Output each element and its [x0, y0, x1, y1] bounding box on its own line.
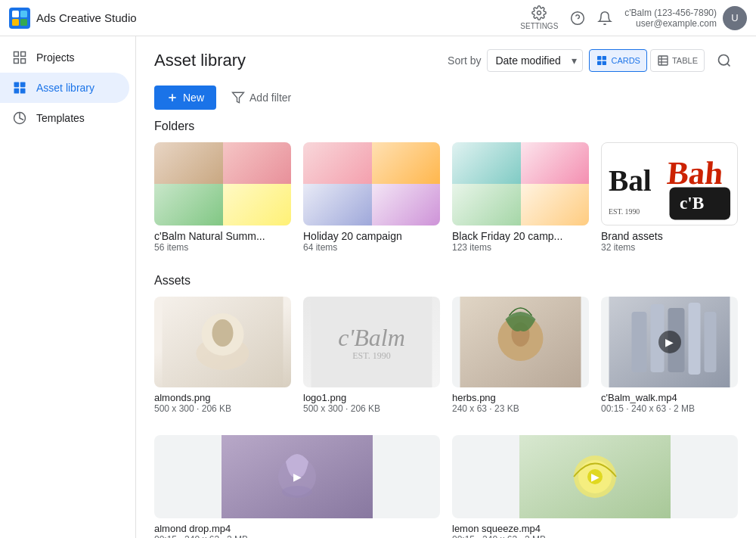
asset-meta: 00:15 · 240 x 63 · 2 MB [154, 534, 440, 538]
folder-thumbnail: Bal Bah c'B EST. 1990 [601, 142, 738, 225]
svg-text:EST. 1990: EST. 1990 [352, 350, 390, 361]
svg-text:EST. 1990: EST. 1990 [609, 207, 640, 216]
svg-rect-46 [632, 312, 647, 372]
asset-card[interactable]: herbs.png 240 x 63 · 23 KB [452, 297, 589, 414]
logo-area: Ads Creative Studio [9, 8, 520, 29]
svg-rect-4 [20, 19, 27, 26]
svg-marker-29 [233, 92, 244, 103]
svg-rect-1 [12, 11, 19, 17]
folder-thumbnail [303, 142, 440, 225]
folder-name: Holiday 20 campaign [303, 230, 440, 242]
page-header: Asset library Sort by Date modified Name… [136, 36, 756, 80]
svg-point-38 [212, 319, 234, 347]
almonds-image [154, 297, 291, 387]
content-area: Folders c'Balm Natural Summ... 56 items [136, 120, 756, 538]
user-info: c'Balm (123-456-7890) user@example.com U [624, 6, 747, 30]
svg-rect-3 [12, 19, 19, 26]
svg-rect-49 [689, 303, 701, 375]
folder-name: Black Friday 20 camp... [452, 230, 589, 242]
asset-card[interactable]: ▶ c'Balm_walk.mp4 00:15 · 240 x 63 · 2 M… [601, 297, 738, 414]
svg-rect-20 [603, 61, 606, 65]
filter-button[interactable]: Add filter [222, 85, 300, 110]
assets-section-title: Assets [154, 274, 738, 288]
play-icon: ▶ [293, 471, 302, 483]
folder-count: 56 items [154, 242, 291, 253]
new-button-label: New [183, 92, 204, 104]
asset-card[interactable]: ▶ lemon squeeze.mp4 00:15 · 240 x 63 · 2… [452, 435, 738, 538]
search-button[interactable] [711, 47, 738, 74]
folders-grid: c'Balm Natural Summ... 56 items Holiday … [154, 142, 738, 253]
folder-card[interactable]: Bal Bah c'B EST. 1990 Brand assets 32 it… [601, 142, 738, 253]
avatar[interactable]: U [723, 6, 747, 30]
asset-card[interactable]: c'Balm EST. 1990 logo1.png 500 x 300 · 2… [303, 297, 440, 414]
asset-card[interactable]: ▶ almond drop.mp4 00:15 · 240 x 63 · 2 M… [154, 435, 440, 538]
svg-rect-18 [603, 56, 606, 60]
svg-rect-11 [21, 59, 26, 64]
view-table-button[interactable]: TABLE [650, 49, 705, 72]
asset-thumbnail [154, 297, 291, 387]
toolbar: New Add filter [136, 80, 756, 120]
user-name: c'Balm (123-456-7890) [624, 8, 717, 18]
svg-rect-50 [705, 312, 717, 372]
notifications-button[interactable] [597, 11, 612, 26]
svg-text:c'B: c'B [680, 193, 704, 213]
play-icon: ▶ [591, 471, 600, 483]
svg-text:Bal: Bal [609, 164, 652, 197]
new-button[interactable]: New [154, 86, 216, 110]
help-button[interactable] [570, 11, 585, 26]
asset-thumbnail: ▶ [452, 435, 738, 518]
sidebar-item-templates[interactable]: Templates [0, 103, 129, 133]
asset-name: almond drop.mp4 [154, 523, 440, 534]
asset-name: c'Balm_walk.mp4 [601, 392, 738, 403]
sort-select[interactable]: Date modified Name Date created File siz… [487, 49, 583, 72]
app-header: Ads Creative Studio SETTINGS c'Ba [0, 0, 756, 36]
sidebar-item-projects[interactable]: Projects [0, 42, 129, 73]
sidebar-asset-library-label: Asset library [36, 82, 94, 94]
filter-icon [231, 91, 245, 104]
logo-image: c'Balm EST. 1990 [303, 297, 440, 387]
header-actions: SETTINGS c'Balm (123-456-7890) user@exam… [520, 5, 747, 30]
asset-name: almonds.png [154, 392, 291, 403]
view-toggle: CARDS TABLE [589, 49, 705, 72]
settings-button[interactable]: SETTINGS [520, 5, 558, 30]
main-content: Asset library Sort by Date modified Name… [136, 36, 756, 538]
asset-meta: 00:15 · 240 x 63 · 2 MB [452, 534, 738, 538]
cards-label: CARDS [611, 56, 640, 65]
bell-icon [597, 11, 612, 26]
svg-rect-0 [9, 8, 30, 29]
folder-count: 64 items [303, 242, 440, 253]
svg-point-5 [538, 11, 541, 15]
asset-meta: 500 x 300 · 206 KB [303, 403, 440, 414]
folder-card[interactable]: Black Friday 20 camp... 123 items [452, 142, 589, 253]
asset-name: logo1.png [303, 392, 440, 403]
assets-grid-top: almonds.png 500 x 300 · 206 KB c'Balm ES… [154, 297, 738, 414]
asset-name: herbs.png [452, 392, 589, 403]
folder-card[interactable]: Holiday 20 campaign 64 items [303, 142, 440, 253]
plus-icon [166, 92, 178, 104]
sort-label: Sort by [448, 54, 481, 67]
svg-point-25 [719, 55, 729, 65]
folder-name: Brand assets [601, 230, 738, 242]
view-cards-button[interactable]: CARDS [589, 49, 647, 72]
asset-card[interactable]: almonds.png 500 x 300 · 206 KB [154, 297, 291, 414]
svg-rect-8 [14, 52, 19, 57]
svg-point-53 [282, 486, 312, 498]
folder-thumbnail [452, 142, 589, 225]
folder-card[interactable]: c'Balm Natural Summ... 56 items [154, 142, 291, 253]
table-icon [657, 54, 669, 67]
help-icon [570, 11, 585, 26]
svg-rect-13 [20, 82, 26, 88]
herbs-image [452, 297, 589, 387]
folder-count: 32 items [601, 242, 738, 253]
app-body: Projects Asset library Templates Asset l… [0, 36, 756, 538]
asset-meta: 500 x 300 · 206 KB [154, 403, 291, 414]
asset-thumbnail: c'Balm EST. 1990 [303, 297, 440, 387]
svg-rect-21 [658, 56, 668, 65]
sidebar-item-asset-library[interactable]: Asset library [0, 73, 129, 103]
assets-grid-bottom: ▶ almond drop.mp4 00:15 · 240 x 63 · 2 M… [154, 435, 738, 538]
asset-meta: 00:15 · 240 x 63 · 2 MB [601, 403, 738, 414]
folder-thumbnail [154, 142, 291, 225]
svg-rect-10 [14, 59, 19, 64]
search-icon [717, 53, 732, 68]
svg-rect-9 [21, 52, 26, 57]
